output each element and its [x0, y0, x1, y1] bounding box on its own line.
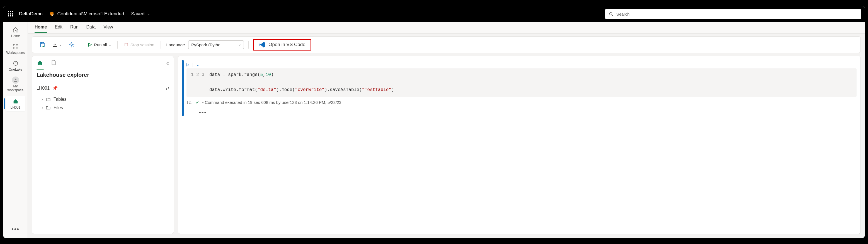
rail-item-lh001[interactable]: LH001 — [6, 96, 25, 111]
code-editor[interactable]: 1 2 3 data = spark.range(5,10) data.writ… — [186, 69, 857, 97]
notebook-area: ▷ | ⌄ 1 2 3 data = spark.range(5,10) dat… — [178, 56, 861, 234]
svg-point-9 — [15, 79, 16, 80]
svg-rect-5 — [16, 45, 18, 46]
run-all-button[interactable]: Run all ⌄ — [86, 41, 113, 48]
language-label: Language — [166, 43, 185, 47]
rail-label: OneLake — [9, 67, 22, 72]
lakehouse-icon — [12, 98, 19, 105]
collapse-panel-icon[interactable]: « — [166, 60, 169, 66]
language-select[interactable]: PySpark (Pytho… — [188, 40, 244, 49]
person-icon — [12, 77, 19, 84]
rail-item-home[interactable]: Home — [6, 25, 25, 39]
lakehouse-explorer-panel: « Lakehouse explorer LH001 📌 ⇄ — [32, 56, 174, 234]
stop-icon — [124, 42, 129, 47]
swap-icon[interactable]: ⇄ — [165, 85, 169, 91]
rail-item-onelake[interactable]: OneLake — [6, 58, 25, 73]
stop-session-button[interactable]: Stop session — [122, 41, 156, 48]
code-content: data = spark.range(5,10) data.write.form… — [209, 71, 394, 94]
tree-item-label: Tables — [54, 97, 66, 102]
folder-icon — [46, 105, 51, 110]
svg-point-8 — [13, 61, 18, 65]
cell-more-icon[interactable]: ••• — [199, 109, 857, 116]
vscode-icon — [259, 41, 266, 48]
chevron-down-icon: ⌄ — [59, 43, 62, 47]
tab-data[interactable]: Data — [86, 25, 96, 33]
rail-label: My workspace — [6, 84, 25, 92]
chevron-down-icon: ⌄ — [109, 43, 111, 47]
files-tab-icon[interactable] — [51, 59, 58, 67]
rail-label: Workspaces — [6, 51, 25, 55]
svg-point-2 — [609, 12, 612, 15]
rail-item-my-workspace[interactable]: My workspace — [6, 75, 25, 94]
tab-edit[interactable]: Edit — [55, 25, 62, 33]
svg-point-11 — [71, 44, 72, 46]
svg-rect-1 — [52, 15, 53, 15]
rail-label: Home — [11, 34, 20, 38]
save-state: Saved — [131, 11, 145, 17]
folder-icon — [46, 97, 51, 102]
chevron-down-icon[interactable]: ⌄ — [147, 12, 150, 16]
app-launcher-icon[interactable] — [7, 10, 14, 18]
explorer-title: Lakehouse explorer — [36, 72, 169, 78]
tree-root-label: LH001 — [36, 86, 50, 91]
code-cell[interactable]: ▷ | ⌄ 1 2 3 data = spark.range(5,10) dat… — [182, 60, 857, 116]
check-icon: ✓ — [196, 100, 199, 105]
menu-tabs: Home Edit Run Data View — [28, 22, 865, 33]
line-numbers: 1 2 3 — [191, 71, 209, 94]
search-box[interactable] — [605, 9, 861, 19]
lakehouse-tab-icon[interactable] — [36, 59, 44, 67]
svg-rect-4 — [13, 45, 15, 46]
settings-button[interactable] — [67, 40, 76, 49]
pin-icon[interactable]: 📌 — [53, 86, 58, 91]
titlebar: DeltaDemo | Confidential\Microsoft Exten… — [3, 6, 865, 22]
run-cell-button[interactable]: ▷ — [186, 62, 190, 67]
search-input[interactable] — [616, 12, 858, 17]
open-vscode-label: Open in VS Code — [269, 42, 305, 48]
play-icon — [87, 42, 92, 47]
tree-item-label: Files — [54, 105, 63, 110]
tree-root[interactable]: LH001 📌 ⇄ — [36, 84, 169, 92]
cell-active-indicator — [182, 60, 184, 116]
rail-label: LH001 — [10, 106, 20, 109]
rail-item-workspaces[interactable]: Workspaces — [6, 41, 25, 56]
open-vscode-button[interactable]: Open in VS Code — [253, 39, 311, 51]
run-cell-menu[interactable]: ⌄ — [196, 62, 199, 67]
search-icon — [609, 12, 614, 17]
svg-rect-6 — [13, 47, 15, 49]
document-name[interactable]: DeltaDemo — [19, 11, 43, 17]
classification-label[interactable]: Confidential\Microsoft Extended — [57, 11, 124, 17]
tab-home[interactable]: Home — [35, 25, 47, 33]
svg-rect-7 — [16, 47, 18, 49]
svg-rect-12 — [125, 43, 128, 46]
svg-line-3 — [612, 15, 613, 16]
workspaces-icon — [12, 43, 19, 50]
execution-status: - Command executed in 19 sec 608 ms by u… — [202, 100, 341, 105]
shield-icon — [49, 11, 54, 17]
tab-run[interactable]: Run — [70, 25, 78, 33]
execution-count: [2] — [186, 100, 193, 104]
rail-more-icon[interactable]: ••• — [11, 225, 20, 233]
run-all-label: Run all — [94, 43, 107, 47]
save-button[interactable] — [38, 40, 47, 49]
home-icon — [12, 26, 19, 33]
tree-item-files[interactable]: › Files — [36, 104, 169, 112]
chevron-right-icon: › — [41, 97, 43, 102]
tab-view[interactable]: View — [103, 25, 113, 33]
download-button[interactable]: ⌄ — [51, 41, 64, 49]
toolbar: ⌄ Run all ⌄ Stop session — [32, 36, 861, 53]
stop-session-label: Stop session — [130, 43, 154, 47]
left-nav-rail: Home Workspaces OneLake — [3, 22, 28, 238]
tree-item-tables[interactable]: › Tables — [36, 95, 169, 104]
onelake-icon — [12, 60, 19, 67]
language-value: PySpark (Pytho… — [191, 43, 224, 47]
chevron-right-icon: › — [41, 105, 43, 110]
